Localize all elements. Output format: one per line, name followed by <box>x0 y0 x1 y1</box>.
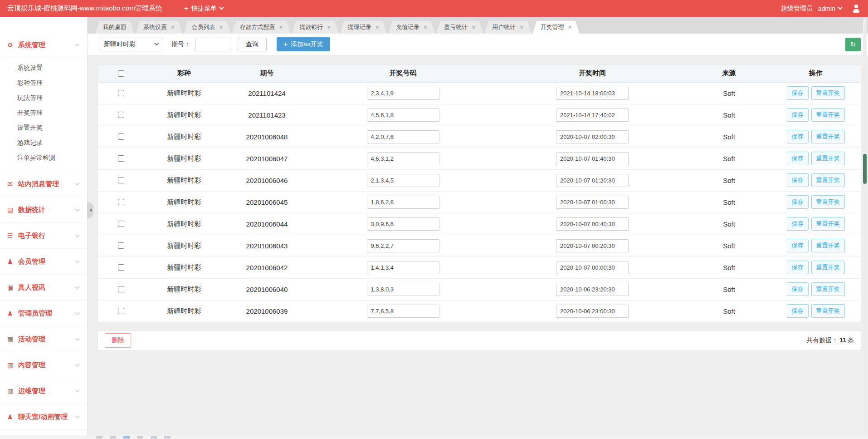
row-checkbox[interactable] <box>118 112 124 118</box>
draw-time-input[interactable] <box>556 305 629 318</box>
row-checkbox[interactable] <box>118 199 124 205</box>
reset-draw-button[interactable]: 重置开奖 <box>811 173 845 187</box>
draw-time-input[interactable] <box>556 239 629 252</box>
sidebar-item-abnormal-bet-detection[interactable]: 注单异常检测 <box>0 150 87 165</box>
save-button[interactable]: 保存 <box>787 108 809 122</box>
page-scrollbar[interactable] <box>863 18 867 434</box>
reset-draw-button[interactable]: 重置开奖 <box>811 282 845 296</box>
sidebar-item-set-draw[interactable]: 设置开奖 <box>0 120 87 135</box>
search-button[interactable]: 查询 <box>238 38 267 51</box>
tab-close-icon[interactable]: × <box>375 24 379 30</box>
issue-input[interactable] <box>195 38 231 51</box>
user-menu[interactable]: admin <box>818 5 842 12</box>
tab-withdrawal-records[interactable]: 提现记录× <box>340 21 387 34</box>
tab-close-icon[interactable]: × <box>171 24 175 30</box>
row-checkbox[interactable] <box>118 242 124 249</box>
save-button[interactable]: 保存 <box>787 261 809 274</box>
tab-withdrawal-bank[interactable]: 提款银行× <box>292 21 339 34</box>
tab-close-icon[interactable]: × <box>568 24 572 30</box>
save-button[interactable]: 保存 <box>787 282 809 296</box>
sidebar-item-draw-management[interactable]: 开奖管理 <box>0 105 87 120</box>
save-button[interactable]: 保存 <box>787 173 809 187</box>
quick-menu-button[interactable]: + 快捷菜单 <box>184 5 223 13</box>
row-checkbox[interactable] <box>118 177 124 183</box>
reset-draw-button[interactable]: 重置开奖 <box>811 239 845 252</box>
sidebar-group-site-message-management[interactable]: ✉站内消息管理 <box>0 171 87 197</box>
sidebar-group-live-video[interactable]: ▣真人视讯 <box>0 275 87 301</box>
tab-draw-management[interactable]: 开奖管理× <box>533 21 580 34</box>
save-button[interactable]: 保存 <box>787 152 809 165</box>
tab-close-icon[interactable]: × <box>424 24 427 30</box>
draw-time-input[interactable] <box>556 130 629 143</box>
row-checkbox[interactable] <box>118 264 124 271</box>
draw-time-input[interactable] <box>556 283 629 296</box>
draw-time-input[interactable] <box>556 109 629 122</box>
save-button[interactable]: 保存 <box>787 195 809 209</box>
sidebar-group-activity-management[interactable]: ▦活动管理 <box>0 326 87 352</box>
tab-close-icon[interactable]: × <box>472 24 475 30</box>
user-icon[interactable] <box>852 4 861 13</box>
draw-numbers-input[interactable] <box>367 87 439 100</box>
sidebar-item-play-method-management[interactable]: 玩法管理 <box>0 90 87 105</box>
add-draw-button[interactable]: + 添加aa开奖 <box>277 37 330 51</box>
sidebar-item-lottery-type-management[interactable]: 彩种管理 <box>0 75 87 90</box>
sidebar-group-e-banking[interactable]: ☰电子银行 <box>0 223 87 249</box>
draw-time-input[interactable] <box>556 152 629 165</box>
delete-button[interactable]: 删除 <box>105 333 131 348</box>
draw-numbers-input[interactable] <box>367 239 439 252</box>
save-button[interactable]: 保存 <box>787 217 809 231</box>
select-all-checkbox[interactable] <box>118 70 124 77</box>
tab-close-icon[interactable]: × <box>219 24 223 30</box>
refresh-button[interactable]: ↻ <box>845 38 861 51</box>
sidebar-group-data-statistics[interactable]: ▤数据统计 <box>0 197 87 223</box>
row-checkbox[interactable] <box>118 90 124 96</box>
tab-my-desktop[interactable]: 我的桌面 <box>95 21 134 34</box>
tab-recharge-records[interactable]: 充值记录× <box>388 21 435 34</box>
tab-close-icon[interactable]: × <box>327 24 331 30</box>
tab-system-settings[interactable]: 系统设置× <box>136 21 182 34</box>
reset-draw-button[interactable]: 重置开奖 <box>811 152 845 165</box>
lottery-select[interactable]: 新疆时时彩 <box>99 38 163 51</box>
tab-close-icon[interactable]: × <box>279 24 283 30</box>
reset-draw-button[interactable]: 重置开奖 <box>811 217 845 231</box>
save-button[interactable]: 保存 <box>787 130 809 143</box>
draw-time-input[interactable] <box>556 174 629 187</box>
draw-time-input[interactable] <box>556 261 629 274</box>
tab-user-stats[interactable]: 用户统计× <box>484 21 531 34</box>
draw-numbers-input[interactable] <box>367 152 439 165</box>
reset-draw-button[interactable]: 重置开奖 <box>811 130 845 143</box>
reset-draw-button[interactable]: 重置开奖 <box>811 86 845 100</box>
reset-draw-button[interactable]: 重置开奖 <box>811 261 845 274</box>
row-checkbox[interactable] <box>118 286 124 292</box>
draw-numbers-input[interactable] <box>367 109 439 122</box>
sidebar-collapse-handle[interactable] <box>87 202 93 218</box>
tab-member-list[interactable]: 会员列表× <box>184 21 230 34</box>
save-button[interactable]: 保存 <box>787 239 809 252</box>
draw-numbers-input[interactable] <box>367 130 439 143</box>
draw-numbers-input[interactable] <box>367 196 439 209</box>
save-button[interactable]: 保存 <box>787 304 809 318</box>
sidebar-group-admin-management[interactable]: ♟管理员管理 <box>0 301 87 326</box>
reset-draw-button[interactable]: 重置开奖 <box>811 108 845 122</box>
sidebar-item-system-settings[interactable]: 系统设置 <box>0 60 87 75</box>
sidebar-group-operations-management[interactable]: ▥运维管理 <box>0 378 87 404</box>
tab-close-icon[interactable]: × <box>520 24 523 30</box>
scrollbar-thumb[interactable] <box>863 154 867 184</box>
save-button[interactable]: 保存 <box>787 86 809 100</box>
draw-time-input[interactable] <box>556 196 629 209</box>
draw-numbers-input[interactable] <box>367 174 439 187</box>
sidebar-group-system-management[interactable]: ⚙系统管理 <box>0 32 87 58</box>
sidebar-group-chatroom-animation-management[interactable]: ♟聊天室/动画管理 <box>0 404 87 430</box>
draw-numbers-input[interactable] <box>367 283 439 296</box>
row-checkbox[interactable] <box>118 133 124 140</box>
draw-numbers-input[interactable] <box>367 217 439 231</box>
draw-time-input[interactable] <box>556 87 629 100</box>
row-checkbox[interactable] <box>118 155 124 162</box>
row-checkbox[interactable] <box>118 308 124 314</box>
tab-deposit-method-config[interactable]: 存款方式配置× <box>232 21 290 34</box>
draw-numbers-input[interactable] <box>367 261 439 274</box>
sidebar-group-content-management[interactable]: ▥内容管理 <box>0 352 87 378</box>
row-checkbox[interactable] <box>118 221 124 227</box>
sidebar-item-game-records[interactable]: 游戏记录 <box>0 135 87 150</box>
draw-time-input[interactable] <box>556 217 629 231</box>
